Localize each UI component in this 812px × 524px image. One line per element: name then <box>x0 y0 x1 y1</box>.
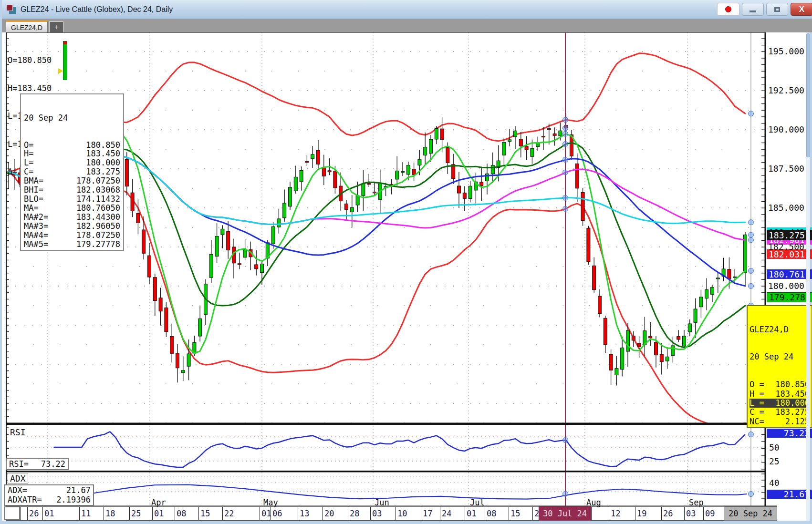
info-box-row: BHI=182.03068 <box>24 185 120 195</box>
date-cell[interactable]: 22 <box>532 507 539 520</box>
date-cell[interactable]: 15 <box>198 507 222 520</box>
date-cell[interactable]: 13 <box>298 507 323 520</box>
legend-open: O=180.850 <box>8 56 52 65</box>
info-box-row: MA#5=179.27778 <box>24 240 120 249</box>
session-range-bar <box>63 41 67 80</box>
chart-canvas[interactable] <box>2 0 812 524</box>
range-bar-high-tick <box>63 41 67 44</box>
date-cell[interactable]: 10 <box>396 507 421 520</box>
minimize-icon <box>750 10 756 12</box>
date-cell[interactable]: 17 <box>421 507 440 520</box>
tooltip-symbol: GLEZ24,D <box>750 325 810 334</box>
tooltip-row: NC=2.125 <box>750 417 810 426</box>
info-box-row: MA#3=182.96050 <box>24 222 120 231</box>
info-box-row: MA#2=183.44300 <box>24 213 120 222</box>
price-tick-label: 195.000 <box>768 47 812 56</box>
date-cell[interactable]: 06 <box>271 507 298 520</box>
date-cell[interactable]: 09 <box>703 507 724 520</box>
date-cell[interactable]: 26 <box>27 507 42 520</box>
adx-readout-row: ADXATR=2.19396 <box>8 495 91 505</box>
adx-readout-box: ADX=21.67ADXATR=2.19396 <box>4 484 94 506</box>
tooltip-date: 20 Sep 24 <box>750 352 810 361</box>
rsi-readout-value: 73.22 <box>41 459 65 469</box>
close-button[interactable]: X <box>791 3 812 16</box>
add-tab-button[interactable]: + <box>49 21 63 32</box>
date-cell[interactable]: 24 <box>440 507 465 520</box>
date-cell[interactable] <box>20 507 27 520</box>
adx-panel-label: ADX <box>8 473 28 484</box>
tooltip-row: O =180.850 <box>750 380 810 389</box>
crosshair-date-badge: 30 Jul 24 <box>539 506 591 521</box>
date-cell[interactable]: 11 <box>79 507 104 520</box>
date-cell[interactable]: 01 <box>152 507 175 520</box>
price-tick-label: 180.000 <box>768 281 812 291</box>
rsi-axis-tick: 50 <box>769 442 780 452</box>
cursor-date-badge: 20 Sep 24 <box>724 506 777 521</box>
price-tick-label: 187.500 <box>768 164 812 174</box>
last-price-arrow-icon <box>58 68 63 74</box>
date-cell[interactable]: 01 <box>465 507 485 520</box>
record-button[interactable] <box>717 3 739 16</box>
month-label: Sep <box>689 498 704 507</box>
date-cell[interactable]: 18 <box>104 507 129 520</box>
date-cell[interactable]: 28 <box>348 507 370 520</box>
date-cell[interactable] <box>591 507 609 520</box>
tooltip-row: L =180.000 <box>750 399 810 408</box>
date-cell[interactable]: 22 <box>222 507 260 520</box>
rsi-axis-tick: 25 <box>769 456 780 466</box>
tab-glez24d[interactable]: GLEZ24,D <box>6 21 48 32</box>
info-box-row: BLO=174.11432 <box>24 195 120 204</box>
info-box-row: MA=180.76050 <box>24 204 120 213</box>
date-cell[interactable]: 01 <box>42 507 79 520</box>
close-icon: X <box>799 5 804 14</box>
vertical-scrollbar[interactable] <box>806 32 810 521</box>
window-title: GLEZ24 - Live Cattle (Globex), Dec 24, D… <box>21 5 173 14</box>
month-label: Jul <box>470 498 485 507</box>
data-window-tooltip: GLEZ24,D 20 Sep 24 O =180.850H =183.450L… <box>747 305 812 428</box>
date-cell[interactable]: 01 <box>260 507 271 520</box>
info-box-row: O=180.850 <box>24 141 120 150</box>
record-icon <box>725 6 731 12</box>
date-cell[interactable]: 03 <box>370 507 396 520</box>
app-window: GLEZ24 - Live Cattle (Globex), Dec 24, D… <box>0 0 812 524</box>
price-badge: 180.761 <box>767 269 812 279</box>
minimize-button[interactable] <box>742 3 764 16</box>
date-cell[interactable]: 26 <box>661 507 684 520</box>
app-logo-icon <box>7 5 16 14</box>
month-label: May <box>263 498 278 507</box>
date-cell[interactable]: 12 <box>609 507 635 520</box>
legend-high: H=183.450 <box>8 84 52 93</box>
price-tick-label: 182.500 <box>768 242 812 252</box>
price-tick-label: 185.000 <box>768 203 812 213</box>
window-bottom-border <box>2 521 812 524</box>
month-label: Aug <box>586 498 601 507</box>
date-cell[interactable]: 08 <box>485 507 509 520</box>
date-cell[interactable]: 25 <box>129 507 152 520</box>
rsi-panel-label: RSI <box>9 427 27 437</box>
rsi-readout-box: RSI= 73.22 <box>6 458 69 470</box>
corner-box <box>4 506 20 520</box>
adx-value-badge: 21.67 <box>767 490 812 499</box>
info-box-row: L=180.000 <box>24 158 120 167</box>
title-bar[interactable]: GLEZ24 - Live Cattle (Globex), Dec 24, D… <box>2 0 812 19</box>
date-cell[interactable]: 19 <box>635 507 661 520</box>
price-tick-label: 192.500 <box>768 86 812 95</box>
scrollbar-thumb[interactable] <box>806 33 810 157</box>
tooltip-row: H =183.450 <box>750 390 810 399</box>
month-label: Jun <box>375 498 389 507</box>
price-tick-label: 190.000 <box>768 125 812 134</box>
info-box-row: C=183.275 <box>24 167 120 176</box>
price-badge: 183.275 <box>767 230 812 240</box>
adx-readout-row: ADX=21.67 <box>8 486 91 495</box>
info-box-date: 20 Sep 24 <box>24 113 120 123</box>
maximize-button[interactable] <box>766 3 788 16</box>
date-cell[interactable]: 20 <box>323 507 348 520</box>
date-cell[interactable]: 08 <box>175 507 198 520</box>
info-box-row: BMA=178.07250 <box>24 176 120 185</box>
adx-axis-tick: 40 <box>769 478 780 488</box>
month-label: Apr <box>151 498 166 507</box>
maximize-icon <box>774 7 780 12</box>
tooltip-row: C =183.275 <box>750 408 810 417</box>
date-cell[interactable]: 15 <box>509 507 532 520</box>
date-cell[interactable]: 03 <box>684 507 703 520</box>
